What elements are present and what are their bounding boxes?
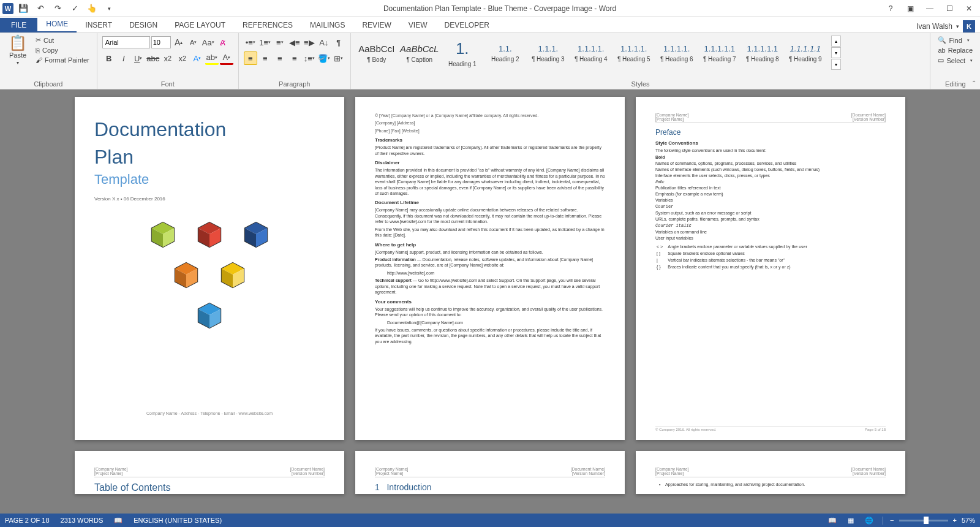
sort-icon[interactable]: A↓: [317, 36, 331, 49]
align-left-icon[interactable]: ≡: [244, 51, 257, 65]
document-area[interactable]: Documentation Plan Template Version X.x …: [0, 89, 980, 514]
italic-icon[interactable]: I: [117, 51, 130, 65]
tab-developer[interactable]: DEVELOPER: [435, 18, 497, 32]
status-words[interactable]: 2313 WORDS: [61, 517, 104, 524]
show-marks-icon[interactable]: ¶: [332, 36, 345, 49]
group-clipboard: 📋 Paste ▾ ✂Cut ⎘Copy 🖌Format Painter Cli…: [0, 33, 97, 89]
format-painter-button[interactable]: 🖌Format Painter: [33, 56, 92, 64]
page-toc: [Company Name][Project Name] [Document N…: [75, 451, 344, 494]
help-icon[interactable]: ?: [883, 2, 898, 15]
bullets-icon[interactable]: •≡▾: [244, 36, 257, 49]
font-name-input[interactable]: [102, 36, 150, 48]
qat-more-icon[interactable]: ▾: [102, 1, 116, 16]
cover-graphic: [94, 220, 325, 330]
file-tab[interactable]: FILE: [0, 18, 37, 32]
shading-icon[interactable]: 🪣▾: [317, 51, 331, 65]
cube-icon: [148, 220, 178, 249]
shrink-font-icon[interactable]: A▾: [187, 36, 200, 49]
user-name[interactable]: Ivan Walsh: [916, 22, 952, 31]
tab-view[interactable]: VIEW: [400, 18, 436, 32]
page-legal: © [Year] [Company Name] or a [Company Na…: [355, 97, 625, 440]
borders-icon[interactable]: ⊞▾: [332, 51, 345, 65]
find-button[interactable]: 🔍Find▾: [935, 36, 975, 45]
style-item[interactable]: 1.1.1.1.1¶ Heading 8: [742, 36, 783, 71]
cover-version: Version X.x • 06 December 2016: [94, 196, 325, 202]
decrease-indent-icon[interactable]: ◀≡: [288, 36, 301, 49]
style-item[interactable]: 1.1.1.1.¶ Heading 4: [570, 36, 612, 71]
minimize-icon[interactable]: —: [922, 2, 937, 15]
style-item[interactable]: 1.1.1.¶ Heading 3: [527, 36, 569, 71]
tab-references[interactable]: REFERENCES: [234, 18, 301, 32]
style-item[interactable]: 1.1.1.1.¶ Heading 6: [656, 36, 698, 71]
increase-indent-icon[interactable]: ≡▶: [303, 36, 316, 49]
multilevel-list-icon[interactable]: ≡▾: [273, 36, 287, 49]
undo-icon[interactable]: ↶: [33, 1, 48, 16]
paste-button[interactable]: 📋 Paste ▾: [5, 36, 31, 66]
user-avatar[interactable]: K: [963, 20, 975, 32]
strikethrough-icon[interactable]: abc: [146, 51, 160, 65]
cover-footer: Company Name - Address - Telephone - Ema…: [75, 411, 344, 415]
collapse-ribbon-icon[interactable]: ⌃: [971, 80, 976, 86]
print-layout-icon[interactable]: ▦: [844, 515, 858, 525]
font-color-icon[interactable]: A▾: [220, 51, 233, 65]
style-item[interactable]: 1.1.Heading 2: [484, 36, 526, 71]
zoom-slider[interactable]: [899, 520, 948, 521]
brush-icon: 🖌: [36, 56, 42, 64]
ribbon-options-icon[interactable]: ▣: [903, 2, 918, 15]
replace-button[interactable]: abReplace: [935, 46, 975, 55]
maximize-icon[interactable]: ☐: [942, 2, 957, 15]
tab-page-layout[interactable]: PAGE LAYOUT: [166, 18, 234, 32]
tab-home[interactable]: HOME: [37, 17, 77, 32]
tab-review[interactable]: REVIEW: [353, 18, 399, 32]
style-item[interactable]: 1.1.1.1.1¶ Heading 9: [785, 36, 826, 71]
styles-down-icon[interactable]: ▾: [831, 47, 841, 58]
select-button[interactable]: ▭Select▾: [935, 56, 975, 65]
close-icon[interactable]: ✕: [962, 2, 976, 15]
cut-button[interactable]: ✂Cut: [33, 36, 92, 45]
cover-title-1: Documentation: [94, 119, 325, 140]
align-right-icon[interactable]: ≡: [273, 51, 287, 65]
clear-formatting-icon[interactable]: A̷: [216, 36, 230, 49]
title-bar: W 💾 ↶ ↷ ✓ 👆 ▾ Documentation Plan Templat…: [0, 0, 980, 17]
bold-icon[interactable]: B: [102, 51, 116, 65]
tab-mailings[interactable]: MAILINGS: [301, 18, 353, 32]
group-font: A▴ A▾ Aa▾ A̷ B I U▾ abc x2 x2 A▾ ab▾ A▾ …: [97, 33, 239, 89]
copy-button[interactable]: ⎘Copy: [33, 46, 92, 55]
redo-icon[interactable]: ↷: [50, 1, 65, 16]
justify-icon[interactable]: ≡: [288, 51, 301, 65]
read-mode-icon[interactable]: 📖: [826, 515, 839, 525]
web-layout-icon[interactable]: 🌐: [862, 515, 876, 525]
styles-gallery[interactable]: AaBbCcI¶ BodyAaBbCcL¶ Caption1.Heading 1…: [356, 36, 826, 71]
underline-icon[interactable]: U▾: [132, 51, 145, 65]
subscript-icon[interactable]: x2: [161, 51, 175, 65]
line-spacing-icon[interactable]: ↕≡▾: [303, 51, 316, 65]
spellcheck-icon[interactable]: ✓: [67, 1, 82, 16]
style-item[interactable]: 1.Heading 1: [442, 36, 483, 71]
zoom-level[interactable]: 57%: [962, 517, 975, 524]
font-size-input[interactable]: [151, 36, 171, 48]
style-item[interactable]: 1.1.1.1.¶ Heading 5: [613, 36, 655, 71]
style-item[interactable]: AaBbCcL¶ Caption: [399, 36, 440, 71]
status-page[interactable]: PAGE 2 OF 18: [5, 517, 50, 524]
status-language[interactable]: ENGLISH (UNITED STATES): [134, 517, 222, 524]
cube-icon: [195, 301, 224, 330]
touch-mode-icon[interactable]: 👆: [85, 1, 99, 16]
change-case-icon[interactable]: Aa▾: [202, 36, 215, 49]
zoom-in-icon[interactable]: +: [953, 517, 957, 524]
highlight-icon[interactable]: ab▾: [205, 51, 219, 65]
style-item[interactable]: AaBbCcI¶ Body: [356, 36, 398, 71]
grow-font-icon[interactable]: A▴: [172, 36, 186, 49]
align-center-icon[interactable]: ≡: [258, 51, 272, 65]
tab-design[interactable]: DESIGN: [121, 18, 166, 32]
status-proofing-icon[interactable]: 📖: [114, 517, 123, 525]
tab-insert[interactable]: INSERT: [77, 18, 121, 32]
text-effects-icon[interactable]: A▾: [190, 51, 204, 65]
styles-more-icon[interactable]: ▾: [831, 59, 841, 70]
save-icon[interactable]: 💾: [16, 1, 31, 16]
superscript-icon[interactable]: x2: [176, 51, 189, 65]
window-title: Documentation Plan Template - Blue Theme…: [116, 4, 883, 13]
styles-up-icon[interactable]: ▴: [831, 36, 841, 47]
numbering-icon[interactable]: 1≡▾: [258, 36, 272, 49]
zoom-out-icon[interactable]: −: [890, 517, 894, 524]
style-item[interactable]: 1.1.1.1.1¶ Heading 7: [699, 36, 741, 71]
